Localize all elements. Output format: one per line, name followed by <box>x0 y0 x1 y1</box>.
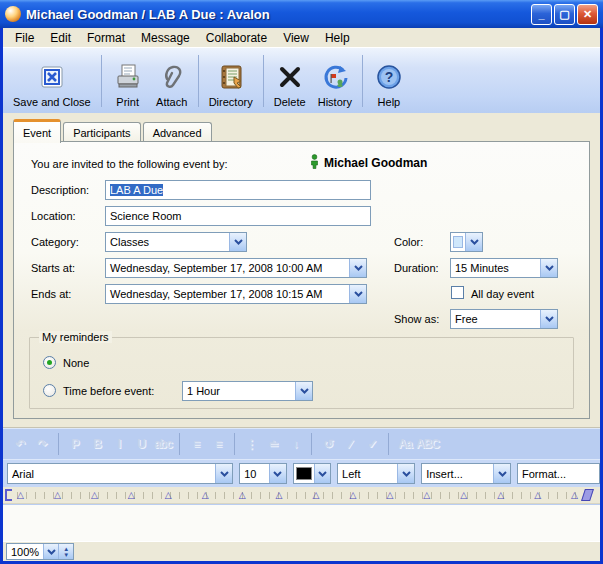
pen-icon[interactable]: ∕ <box>339 434 361 454</box>
tab-stop-marker[interactable]: △ <box>497 489 504 502</box>
font-family-select[interactable]: Arial <box>7 463 233 484</box>
chevron-down-icon[interactable] <box>349 285 366 303</box>
menu-collaborate[interactable]: Collaborate <box>198 30 275 46</box>
accept-icon[interactable]: ✓ <box>361 434 383 454</box>
spellcheck-icon[interactable]: ABC <box>416 434 439 454</box>
chevron-down-icon[interactable] <box>215 464 232 483</box>
outdent-icon[interactable]: ≐ <box>262 434 284 454</box>
tab-area: Event Participants Advanced You are invi… <box>3 113 600 420</box>
splitter-handle[interactable]: ▲ <box>3 420 600 428</box>
tab-stop-marker[interactable]: △ <box>349 489 356 502</box>
duration-select[interactable]: 15 Minutes <box>450 258 558 278</box>
message-body[interactable] <box>3 504 600 541</box>
tab-stop-marker[interactable]: △ <box>460 489 467 502</box>
font-color-select[interactable] <box>293 463 332 484</box>
menu-view[interactable]: View <box>275 30 317 46</box>
chevron-down-icon[interactable] <box>295 382 312 400</box>
help-button[interactable]: ? Help <box>367 51 411 111</box>
chevron-down-icon[interactable] <box>229 233 246 251</box>
title-bar[interactable]: Michael Goodman / LAB A Due : Avalon _ ▢… <box>0 0 603 28</box>
maximize-button[interactable]: ▢ <box>554 4 575 25</box>
tab-stop-marker[interactable]: △ <box>313 489 320 502</box>
chevron-down-icon[interactable] <box>397 464 414 483</box>
tab-advanced[interactable]: Advanced <box>143 122 212 143</box>
ruler-left-margin-marker[interactable] <box>5 489 12 501</box>
tab-stop-marker[interactable]: △ <box>202 489 209 502</box>
tab-stop-marker[interactable]: △ <box>128 489 135 502</box>
alignment-select[interactable]: Left <box>337 463 415 484</box>
save-and-close-button[interactable]: Save and Close <box>7 51 97 111</box>
redo-icon[interactable]: ↷ <box>31 434 53 454</box>
chevron-down-icon[interactable] <box>43 544 58 559</box>
undo-icon[interactable]: ↶ <box>9 434 31 454</box>
organizer-name: Michael Goodman <box>324 156 427 170</box>
duration-label: Duration: <box>394 262 439 274</box>
menu-format[interactable]: Format <box>79 30 133 46</box>
menu-message[interactable]: Message <box>133 30 198 46</box>
menu-file[interactable]: File <box>7 30 42 46</box>
highlight-icon[interactable]: Aa <box>394 434 416 454</box>
all-day-checkbox[interactable] <box>451 286 464 299</box>
tab-event[interactable]: Event <box>13 119 61 143</box>
strikethrough-icon[interactable]: abc <box>152 434 174 454</box>
chevron-down-icon[interactable] <box>349 259 366 277</box>
chevron-down-icon[interactable] <box>493 464 510 483</box>
chevron-down-icon[interactable] <box>540 259 557 277</box>
tab-stop-marker[interactable]: △ <box>386 489 393 502</box>
menu-help[interactable]: Help <box>317 30 358 46</box>
directory-button[interactable]: Directory <box>203 51 259 111</box>
tab-stop-marker[interactable]: △ <box>534 489 541 502</box>
help-icon: ? <box>375 60 403 94</box>
print-button[interactable]: Print <box>106 51 150 111</box>
delete-button[interactable]: Delete <box>268 51 312 111</box>
insert-select[interactable]: Insert... <box>421 463 511 484</box>
category-select[interactable]: Classes <box>105 232 247 252</box>
tab-participants[interactable]: Participants <box>63 122 140 143</box>
indent-icon[interactable]: ⋮ <box>240 434 262 454</box>
toolbar-separator <box>311 433 312 455</box>
history-button[interactable]: History <box>312 51 358 111</box>
reminder-time-radio[interactable] <box>43 384 56 397</box>
paragraph-icon[interactable]: P <box>64 434 86 454</box>
color-select[interactable] <box>450 232 483 252</box>
tab-stop-marker[interactable]: △ <box>571 489 578 502</box>
numbered-list-icon[interactable]: ≡ <box>185 434 207 454</box>
bullet-list-icon[interactable]: ≡ <box>207 434 229 454</box>
reminder-time-select[interactable]: 1 Hour <box>182 381 313 401</box>
starts-at-select[interactable]: Wednesday, September 17, 2008 10:00 AM <box>105 258 367 278</box>
zoom-spinner[interactable]: ▲▼ <box>58 544 73 559</box>
font-family-value: Arial <box>8 468 215 480</box>
location-input[interactable]: Science Room <box>105 206 371 226</box>
tab-stop-marker[interactable]: △ <box>239 489 246 502</box>
ends-at-select[interactable]: Wednesday, September 17, 2008 10:15 AM <box>105 284 367 304</box>
chevron-down-icon[interactable] <box>269 464 286 483</box>
spinner-down-icon[interactable]: ▼ <box>63 552 69 558</box>
tab-stop-marker[interactable]: △ <box>423 489 430 502</box>
underline-icon[interactable]: U <box>130 434 152 454</box>
reminder-none-radio[interactable] <box>43 356 56 369</box>
chevron-down-icon[interactable] <box>314 464 331 483</box>
italic-icon[interactable]: I <box>108 434 130 454</box>
chevron-down-icon[interactable] <box>465 233 482 251</box>
toolbar-separator <box>58 433 59 455</box>
chevron-down-icon[interactable] <box>540 310 557 328</box>
insert-below-icon[interactable]: ↓ <box>284 434 306 454</box>
attach-button[interactable]: Attach <box>150 51 194 111</box>
tab-stop-marker[interactable]: △ <box>91 489 98 502</box>
minimize-button[interactable]: _ <box>531 4 552 25</box>
font-size-select[interactable]: 10 <box>239 463 286 484</box>
toolbar-separator <box>198 55 199 107</box>
tab-stop-marker[interactable]: △ <box>17 489 24 502</box>
close-button[interactable]: ✕ <box>577 4 598 25</box>
show-as-select[interactable]: Free <box>450 309 558 329</box>
bold-icon[interactable]: B <box>86 434 108 454</box>
ruler-right-margin-marker[interactable] <box>581 489 594 501</box>
zoom-control[interactable]: 100% ▲▼ <box>6 543 74 560</box>
tab-stop-marker[interactable]: △ <box>54 489 61 502</box>
format-select[interactable]: Format... <box>517 463 600 484</box>
tab-stop-marker[interactable]: △ <box>276 489 283 502</box>
tab-stop-marker[interactable]: △ <box>165 489 172 502</box>
menu-edit[interactable]: Edit <box>42 30 79 46</box>
revert-icon[interactable]: ↺ <box>317 434 339 454</box>
description-input[interactable]: LAB A Due <box>105 180 371 200</box>
